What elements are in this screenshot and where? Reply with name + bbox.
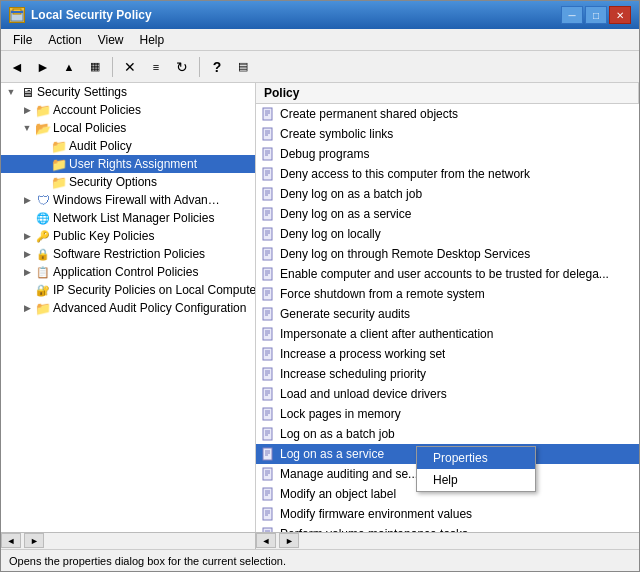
tree-label: Public Key Policies [53, 229, 154, 243]
list-row[interactable]: Force shutdown from a remote system [256, 284, 639, 304]
tree-pane[interactable]: ▼ 🖥 Security Settings ▶ 📁 Account Polici… [1, 83, 256, 532]
list-row[interactable]: Impersonate a client after authenticatio… [256, 324, 639, 344]
list-row[interactable]: Deny log on locally [256, 224, 639, 244]
help-toolbar-button[interactable]: ? [205, 55, 229, 79]
menu-action[interactable]: Action [40, 31, 89, 49]
list-row[interactable]: Increase scheduling priority [256, 364, 639, 384]
list-row[interactable]: Deny log on as a batch job [256, 184, 639, 204]
tree-node-local-policies[interactable]: ▼ 📂 Local Policies [1, 119, 255, 137]
policy-icon [260, 526, 276, 532]
forward-button[interactable]: ► [31, 55, 55, 79]
policy-icon [260, 326, 276, 342]
tree-label: Network List Manager Policies [53, 211, 214, 225]
policy-name: Force shutdown from a remote system [280, 287, 485, 301]
tree-node-user-rights[interactable]: ▶ 📁 User Rights Assignment [1, 155, 255, 173]
list-row[interactable]: Modify firmware environment values [256, 504, 639, 524]
delete-button[interactable]: ✕ [118, 55, 142, 79]
close-button[interactable]: ✕ [609, 6, 631, 24]
list-row[interactable]: Create permanent shared objects [256, 104, 639, 124]
tree-node-advanced-audit[interactable]: ▶ 📁 Advanced Audit Policy Configuration [1, 299, 255, 317]
list-row[interactable]: Lock pages in memory [256, 404, 639, 424]
list-row[interactable]: Debug programs [256, 144, 639, 164]
tree-label: Security Options [69, 175, 157, 189]
expand-icon[interactable]: ▼ [3, 84, 19, 100]
list-header: Policy [256, 83, 639, 104]
expand-icon[interactable]: ▶ [19, 102, 35, 118]
svg-rect-43 [263, 308, 272, 320]
tree-node-audit-policy[interactable]: ▶ 📁 Audit Policy [1, 137, 255, 155]
tree-node-ip-security[interactable]: ▶ 🔐 IP Security Policies on Local Comput… [1, 281, 255, 299]
context-menu-properties[interactable]: Properties [417, 447, 535, 469]
policy-icon [260, 206, 276, 222]
tree-hscroll[interactable]: ◄ ► [1, 533, 256, 549]
menu-file[interactable]: File [5, 31, 40, 49]
tree-node-security-settings[interactable]: ▼ 🖥 Security Settings [1, 83, 255, 101]
policy-name: Log on as a batch job [280, 427, 395, 441]
tree-node-software-restriction[interactable]: ▶ 🔒 Software Restriction Policies [1, 245, 255, 263]
list-row[interactable]: Deny log on through Remote Desktop Servi… [256, 244, 639, 264]
policy-icon [260, 306, 276, 322]
policy-name: Deny log on locally [280, 227, 381, 241]
policy-icon [260, 406, 276, 422]
list-hscroll[interactable]: ◄ ► [256, 533, 639, 549]
show-hide-button[interactable]: ▦ [83, 55, 107, 79]
policy-icon [260, 506, 276, 522]
context-menu-help[interactable]: Help [417, 469, 535, 491]
refresh-button[interactable]: ↻ [170, 55, 194, 79]
tree-node-account-policies[interactable]: ▶ 📁 Account Policies [1, 101, 255, 119]
list-row[interactable]: Generate security audits [256, 304, 639, 324]
policy-name: Debug programs [280, 147, 369, 161]
expand-icon[interactable]: ▶ [19, 246, 35, 262]
svg-rect-31 [263, 248, 272, 260]
policy-icon [260, 286, 276, 302]
policy-name: Manage auditing and se... [280, 467, 418, 481]
horizontal-scroll-area: ◄ ► ◄ ► [1, 532, 639, 549]
tree-label: Application Control Policies [53, 265, 198, 279]
tree-node-windows-firewall[interactable]: ▶ 🛡 Windows Firewall with Advanced Secu.… [1, 191, 255, 209]
expand-icon[interactable]: ▶ [19, 264, 35, 280]
expand-icon[interactable]: ▼ [19, 120, 35, 136]
policy-icon [260, 166, 276, 182]
up-button[interactable]: ▲ [57, 55, 81, 79]
content-area: ▼ 🖥 Security Settings ▶ 📁 Account Polici… [1, 83, 639, 532]
policy-name: Create symbolic links [280, 127, 393, 141]
toolbar: ◄ ► ▲ ▦ ✕ ≡ ↻ ? ▤ [1, 51, 639, 83]
folder-icon: 📁 [51, 138, 67, 154]
list-pane[interactable]: Policy Create permanent shared objects C… [256, 83, 639, 532]
expand-icon[interactable]: ▶ [19, 192, 35, 208]
tree-label: IP Security Policies on Local Compute... [53, 283, 256, 297]
list-row[interactable]: Deny access to this computer from the ne… [256, 164, 639, 184]
policy-icon [260, 386, 276, 402]
expand-icon[interactable]: ▶ [19, 300, 35, 316]
properties-toolbar-button[interactable]: ≡ [144, 55, 168, 79]
list-row[interactable]: Load and unload device drivers [256, 384, 639, 404]
list-row[interactable]: Perform volume maintenance tasks [256, 524, 639, 532]
policy-icon [260, 126, 276, 142]
list-row[interactable]: Enable computer and user accounts to be … [256, 264, 639, 284]
list-row[interactable]: Deny log on as a service [256, 204, 639, 224]
policy-icon [260, 146, 276, 162]
list-row[interactable]: Increase a process working set [256, 344, 639, 364]
tree-node-network-list[interactable]: ▶ 🌐 Network List Manager Policies [1, 209, 255, 227]
policy-icon [260, 186, 276, 202]
menu-view[interactable]: View [90, 31, 132, 49]
back-button[interactable]: ◄ [5, 55, 29, 79]
list-row[interactable]: Log on as a batch job [256, 424, 639, 444]
folder-icon: 📁 [51, 174, 67, 190]
tree-node-security-options[interactable]: ▶ 📁 Security Options [1, 173, 255, 191]
list-row[interactable]: Create symbolic links [256, 124, 639, 144]
policy-column-header[interactable]: Policy [256, 83, 639, 103]
policy-name: Log on as a service [280, 447, 384, 461]
window-controls: ─ □ ✕ [561, 6, 631, 24]
tree-node-app-control[interactable]: ▶ 📋 Application Control Policies [1, 263, 255, 281]
tree-node-public-key[interactable]: ▶ 🔑 Public Key Policies [1, 227, 255, 245]
policy-icon [260, 466, 276, 482]
export-button[interactable]: ▤ [231, 55, 255, 79]
minimize-button[interactable]: ─ [561, 6, 583, 24]
maximize-button[interactable]: □ [585, 6, 607, 24]
svg-rect-7 [263, 128, 272, 140]
svg-rect-79 [263, 488, 272, 500]
ipsec-icon: 🔐 [35, 282, 51, 298]
expand-icon[interactable]: ▶ [19, 228, 35, 244]
menu-help[interactable]: Help [132, 31, 173, 49]
